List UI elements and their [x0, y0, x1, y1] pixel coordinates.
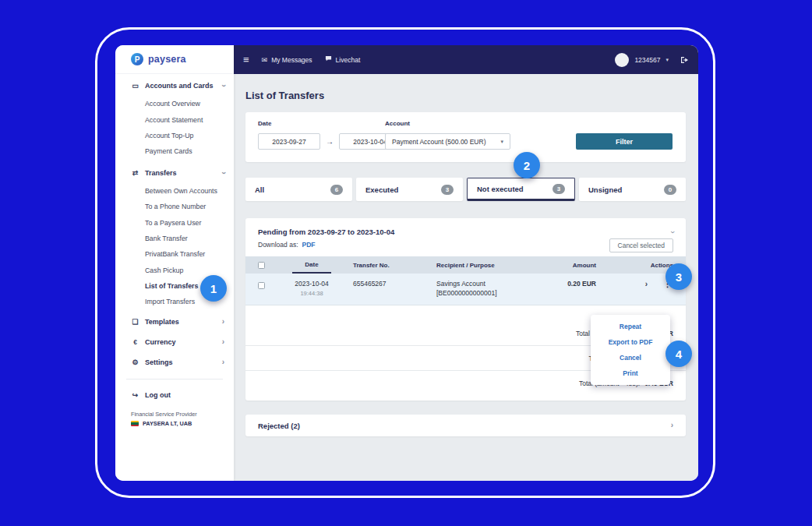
- sidebar-divider: [126, 379, 223, 379]
- menu-item-export-to-pdf[interactable]: Export to PDF: [591, 334, 670, 350]
- sidebar-item-account-top-up[interactable]: Account Top-Up: [115, 128, 234, 143]
- user-id[interactable]: 1234567: [634, 56, 660, 64]
- app-window: ≡ ✉ My Messages Livechat 1234567 ▾: [115, 45, 698, 481]
- sidebar-logout[interactable]: ↪ Log out: [115, 386, 234, 404]
- sidebar-group-settings[interactable]: ⚙ Settings ›: [115, 352, 234, 372]
- annotation-step-2: 2: [514, 152, 540, 178]
- tab-label: Unsigned: [588, 185, 622, 194]
- cancel-selected-button[interactable]: Cancel selected: [609, 238, 673, 252]
- download-as-label: Download as:: [258, 241, 298, 249]
- table-header-row: Date Transfer No. Recipient / Purpose Am…: [245, 256, 686, 274]
- date-label: Date: [258, 120, 271, 127]
- row-expand-chevron-icon[interactable]: ›: [645, 280, 648, 288]
- my-messages-label: My Messages: [271, 56, 312, 64]
- account-label: Account: [385, 120, 410, 127]
- page-title: List of Transfers: [245, 90, 686, 101]
- row-date: 2023-10-04: [295, 280, 328, 288]
- sidebar-item-to-a-phone-number[interactable]: To a Phone Number: [115, 199, 234, 214]
- menu-item-cancel[interactable]: Cancel: [591, 350, 670, 365]
- arrow-right-icon: →: [326, 137, 334, 146]
- row-actions-menu: Repeat Export to PDF Cancel Print: [591, 315, 670, 385]
- envelope-icon: ✉: [262, 56, 268, 64]
- paysera-logo[interactable]: P paysera: [115, 45, 234, 74]
- menu-item-repeat[interactable]: Repeat: [591, 319, 670, 334]
- tab-not-executed[interactable]: Not executed 3: [467, 178, 575, 201]
- filter-panel: Date Account 2023-09-27 → 2023-10-04 Pay…: [245, 112, 686, 162]
- avatar[interactable]: [615, 53, 629, 67]
- tab-executed[interactable]: Executed 3: [356, 178, 463, 201]
- sidebar-item-account-overview[interactable]: Account Overview: [115, 96, 234, 111]
- pending-section: Pending from 2023-09-27 to 2023-10-04 › …: [245, 218, 686, 401]
- table-row: 2023-10-04 19:44:38 655465267 Savings Ac…: [245, 274, 686, 305]
- sidebar-group-currency[interactable]: € Currency ›: [115, 332, 234, 352]
- transfers-icon: ⇄: [131, 169, 139, 177]
- sidebar-group-transfers[interactable]: ⇄ Transfers ›: [115, 163, 234, 183]
- tab-count-badge: 6: [330, 185, 343, 195]
- tab-label: Not executed: [477, 185, 524, 193]
- pending-title: Pending from 2023-09-27 to 2023-10-04: [258, 228, 394, 236]
- sidebar-group-label: Transfers: [145, 169, 217, 177]
- date-from-input[interactable]: 2023-09-27: [258, 133, 320, 150]
- tab-count-badge: 3: [441, 185, 454, 195]
- livechat-link[interactable]: Livechat: [325, 55, 361, 64]
- chevron-right-icon: ›: [222, 338, 224, 346]
- sidebar-nav: ▭ Accounts and Cards › Account Overview …: [115, 74, 234, 427]
- lithuania-flag-icon: [131, 421, 139, 426]
- provider-name: PAYSERA LT, UAB: [143, 420, 192, 427]
- chevron-down-icon[interactable]: ▾: [665, 57, 669, 63]
- tab-count-badge: 0: [664, 185, 676, 195]
- annotation-step-1: 1: [200, 275, 227, 302]
- sidebar-item-to-a-paysera-user[interactable]: To a Paysera User: [115, 214, 234, 230]
- status-tabs: All 6 Executed 3 Not executed 3 Unsigned…: [245, 178, 686, 201]
- row-amount: 0.20 EUR: [534, 280, 596, 288]
- annotation-step-4: 4: [665, 341, 692, 367]
- my-messages-link[interactable]: ✉ My Messages: [262, 56, 312, 64]
- main-content: List of Transfers Date Account 2023-09-2…: [234, 74, 698, 481]
- rejected-section[interactable]: Rejected (2) ›: [245, 415, 686, 436]
- sidebar-item-between-own-accounts[interactable]: Between Own Accounts: [115, 183, 234, 199]
- tab-all[interactable]: All 6: [245, 178, 352, 201]
- tab-unsigned[interactable]: Unsigned 0: [579, 178, 686, 201]
- hamburger-menu-icon[interactable]: ≡: [243, 55, 249, 65]
- annotation-step-3: 3: [665, 263, 692, 290]
- livechat-label: Livechat: [336, 56, 361, 64]
- row-checkbox[interactable]: [258, 282, 265, 289]
- sidebar-group-label: Currency: [145, 338, 217, 346]
- row-recipient: Savings Account: [436, 280, 485, 288]
- chevron-right-icon: ›: [222, 358, 224, 366]
- sidebar-item-account-statement[interactable]: Account Statement: [115, 111, 234, 127]
- column-header-transfer-no: Transfer No.: [347, 256, 421, 274]
- chevron-down-icon: ›: [219, 84, 227, 86]
- chevron-down-icon: ›: [219, 171, 227, 174]
- paysera-logo-text: paysera: [148, 54, 186, 65]
- chevron-right-icon: ›: [222, 318, 224, 326]
- sidebar-item-bank-transfer[interactable]: Bank Transfer: [115, 231, 234, 246]
- column-header-date[interactable]: Date: [292, 256, 330, 274]
- sidebar-group-templates[interactable]: ❏ Templates ›: [115, 312, 234, 332]
- logout-icon[interactable]: [680, 56, 689, 64]
- logout-icon: ↪: [131, 391, 139, 399]
- column-header-amount: Amount: [534, 256, 596, 274]
- sidebar-group-accounts-and-cards[interactable]: ▭ Accounts and Cards ›: [115, 76, 234, 96]
- topbar: ≡ ✉ My Messages Livechat 1234567 ▾: [234, 45, 698, 74]
- download-pdf-link[interactable]: PDF: [302, 241, 316, 249]
- card-icon: ▭: [131, 82, 139, 90]
- row-time: 19:44:38: [300, 290, 323, 297]
- collapse-chevron-icon[interactable]: ›: [668, 231, 676, 233]
- account-select[interactable]: Payment Account (500.00 EUR) ▾: [385, 133, 510, 150]
- sidebar-item-payment-cards[interactable]: Payment Cards: [115, 143, 234, 159]
- provider-name-row: PAYSERA LT, UAB: [115, 420, 234, 427]
- sidebar-group-label: Templates: [145, 318, 217, 326]
- currency-icon: €: [131, 338, 139, 346]
- sidebar-group-label: Settings: [145, 358, 217, 366]
- account-select-value: Payment Account (500.00 EUR): [392, 138, 485, 146]
- menu-item-print[interactable]: Print: [591, 365, 670, 381]
- filter-button[interactable]: Filter: [576, 133, 673, 150]
- column-header-recipient: Recipient / Purpose: [421, 256, 534, 274]
- chevron-down-icon: ▾: [500, 139, 503, 145]
- row-recipient-detail: [BE0000000000001]: [436, 289, 497, 297]
- sidebar-item-privatbank-transfer[interactable]: PrivatBank Transfer: [115, 246, 234, 262]
- select-all-checkbox[interactable]: [258, 262, 265, 269]
- page-background: ≡ ✉ My Messages Livechat 1234567 ▾: [0, 0, 812, 526]
- row-transfer-number: 655465267: [347, 280, 421, 288]
